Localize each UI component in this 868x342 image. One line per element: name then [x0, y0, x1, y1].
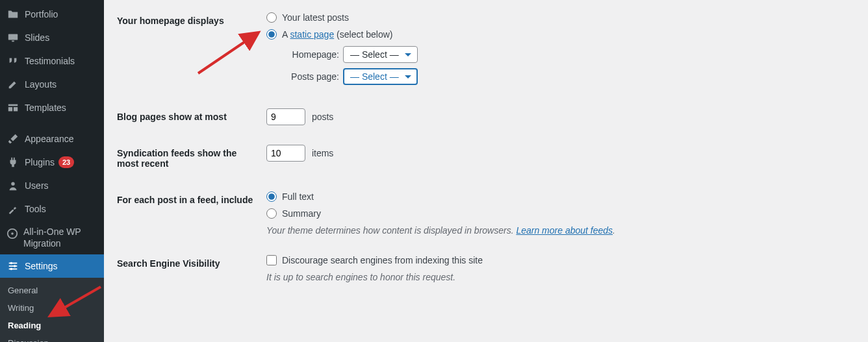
plugins-update-badge: 23 [58, 156, 74, 168]
svg-rect-4 [14, 107, 18, 111]
submenu-writing[interactable]: Writing [0, 299, 104, 317]
svg-point-7 [11, 232, 14, 235]
radio-static-page[interactable] [266, 29, 277, 40]
sidebar-item-label: Settings [25, 261, 58, 271]
folder-icon [6, 8, 19, 21]
sidebar-item-label: Testimonials [25, 56, 75, 66]
sidebar-item-settings[interactable]: Settings [0, 254, 104, 278]
settings-submenu: General Writing Reading Discussion [0, 278, 104, 342]
blog-pages-count-input[interactable] [266, 108, 305, 125]
homepage-select-label: Homepage: [281, 49, 339, 60]
sidebar-item-testimonials[interactable]: Testimonials [0, 49, 104, 73]
radio-full-text-label: Full text [282, 191, 314, 202]
submenu-discussion[interactable]: Discussion [0, 334, 104, 342]
blog-pages-heading: Blog pages show at most [117, 99, 260, 135]
sidebar-item-tools[interactable]: Tools [0, 197, 104, 221]
feed-content-heading: For each post in a feed, include [117, 182, 260, 245]
sidebar-item-label: Users [25, 180, 49, 191]
checkbox-discourage-search-label: Discourage search engines from indexing … [282, 255, 483, 265]
sidebar-item-label: Slides [25, 32, 49, 43]
sidebar-item-slides[interactable]: Slides [0, 26, 104, 49]
sidebar-item-label: Tools [25, 204, 46, 214]
radio-static-page-label: A static page (select below) [282, 29, 392, 40]
radio-summary[interactable] [266, 208, 277, 219]
quote-icon [6, 55, 19, 67]
slides-icon [6, 31, 19, 44]
settings-content: Your homepage displays Your latest posts… [104, 0, 863, 342]
svg-point-12 [14, 265, 16, 268]
radio-full-text[interactable] [266, 191, 277, 202]
wrench-icon [6, 202, 19, 215]
syndication-heading: Syndication feeds show the most recent [117, 135, 260, 182]
syndication-unit: items [312, 148, 333, 158]
sidebar-separator [0, 119, 104, 127]
migration-icon [6, 227, 18, 240]
radio-latest-posts[interactable] [266, 12, 277, 23]
feed-description: Your theme determines how content is dis… [266, 225, 843, 236]
user-icon [6, 179, 19, 192]
svg-point-5 [11, 182, 14, 186]
admin-sidebar: Portfolio Slides Testimonials Layouts Te… [0, 0, 104, 342]
sidebar-item-label: All-in-One WP Migration [23, 226, 97, 249]
learn-more-feeds-link[interactable]: Learn more about feeds [516, 225, 613, 236]
search-visibility-heading: Search Engine Visibility [117, 245, 260, 292]
sidebar-item-layouts[interactable]: Layouts [0, 73, 104, 96]
search-visibility-description: It is up to search engines to honor this… [266, 272, 843, 282]
svg-rect-2 [8, 104, 18, 106]
posts-page-select[interactable]: — Select — [343, 68, 418, 85]
form-table: Your homepage displays Your latest posts… [117, 3, 850, 292]
sidebar-item-templates[interactable]: Templates [0, 96, 104, 119]
sidebar-item-migration[interactable]: All-in-One WP Migration [0, 221, 104, 254]
radio-latest-posts-label: Your latest posts [282, 12, 349, 23]
sidebar-item-plugins[interactable]: Plugins 23 [0, 151, 104, 174]
plug-icon [6, 156, 19, 169]
brush-icon [6, 132, 19, 145]
sidebar-item-label: Layouts [25, 79, 57, 90]
svg-rect-0 [8, 34, 18, 40]
sidebar-item-appearance[interactable]: Appearance [0, 127, 104, 151]
syndication-count-input[interactable] [266, 145, 305, 162]
submenu-reading[interactable]: Reading [0, 317, 104, 334]
pencil-icon [6, 78, 19, 91]
sidebar-item-portfolio[interactable]: Portfolio [0, 3, 104, 26]
sidebar-item-label: Portfolio [25, 9, 58, 19]
sidebar-item-label: Templates [25, 103, 66, 113]
sidebar-item-label: Plugins [25, 157, 55, 167]
static-page-link[interactable]: static page [290, 29, 334, 40]
radio-summary-label: Summary [282, 208, 321, 219]
sidebar-item-users[interactable]: Users [0, 174, 104, 197]
blog-pages-unit: posts [312, 112, 333, 122]
homepage-displays-heading: Your homepage displays [117, 3, 260, 99]
svg-rect-3 [8, 107, 12, 111]
posts-page-select-label: Posts page: [281, 71, 339, 82]
checkbox-discourage-search[interactable] [266, 255, 277, 265]
settings-icon [6, 260, 19, 273]
grid-icon [6, 101, 19, 114]
svg-point-13 [10, 268, 13, 271]
homepage-select[interactable]: — Select — [343, 46, 418, 63]
svg-rect-1 [12, 41, 14, 42]
svg-point-11 [10, 262, 13, 265]
submenu-general[interactable]: General [0, 282, 104, 299]
sidebar-item-label: Appearance [25, 134, 74, 144]
